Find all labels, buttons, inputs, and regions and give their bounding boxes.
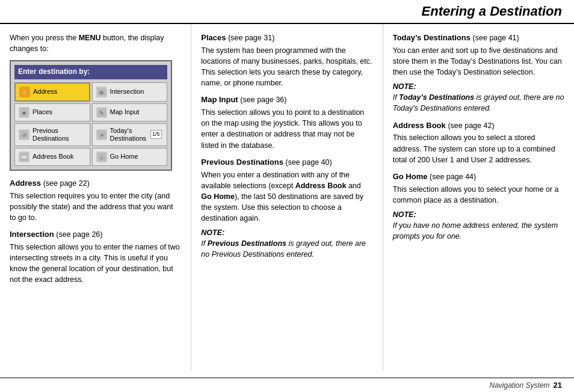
- svg-text:⌂: ⌂: [99, 154, 103, 161]
- places-heading: Places (see page 31): [201, 32, 372, 44]
- go-home-icon: ⌂: [96, 152, 107, 162]
- nav-btn-address-label: Address: [33, 88, 57, 96]
- prev-dest-heading: Previous Destinations (see page 40): [201, 157, 372, 168]
- places-body: The system has been programmed with the …: [201, 45, 372, 89]
- addr-book-heading-bold: Address Book: [393, 121, 446, 130]
- prev-dest-body-go-home-bold: Go Home: [201, 192, 235, 201]
- todays-dest-note: NOTE: If Today’s Destinations is grayed …: [393, 81, 564, 114]
- menu-bold: MENU: [79, 34, 101, 42]
- todays-dest-note-bold: Today’s Destinations: [399, 93, 474, 102]
- addr-book-page-ref: (see page 42): [448, 121, 494, 130]
- nav-menu-box: Enter destination by: ⌂ Address ⊕ Inters…: [10, 60, 172, 171]
- todays-dest-icon: ☀: [96, 129, 107, 140]
- go-home-note-label: NOTE:: [393, 209, 564, 220]
- svg-text:☀: ☀: [99, 133, 103, 138]
- prev-dest-note: NOTE: If Previous Destinations is grayed…: [201, 227, 372, 260]
- prev-dest-body: When you enter a destination with any of…: [201, 170, 372, 224]
- page-title: Entering a Destination: [0, 4, 562, 19]
- nav-menu-title: Enter destination by:: [14, 65, 167, 79]
- nav-btn-addr-book[interactable]: 📖 Address Book: [14, 148, 90, 166]
- column-3: Today’s Destinations (see page 41) You c…: [383, 24, 574, 370]
- addr-book-body: This selection allows you to select a st…: [393, 132, 564, 165]
- go-home-page-ref: (see page 44): [430, 173, 476, 181]
- nav-btn-prev-dest-label: PreviousDestinations: [32, 127, 69, 142]
- page-footer: Navigation System 21: [0, 378, 574, 392]
- address-page-ref: (see page 22): [43, 179, 90, 188]
- nav-btn-addr-book-label: Address Book: [32, 153, 73, 161]
- todays-dest-note-label: NOTE:: [393, 81, 564, 92]
- places-heading-bold: Places: [201, 33, 226, 42]
- nav-btn-map-input-label: Map Input: [110, 108, 140, 116]
- addr-book-icon: 📖: [19, 152, 29, 162]
- intersection-page-ref: (see page 26): [56, 230, 102, 239]
- svg-text:⌂: ⌂: [23, 89, 26, 96]
- go-home-body: This selection allows you to select your…: [393, 184, 564, 206]
- map-input-page-ref: (see page 36): [240, 96, 286, 104]
- column-2: Places (see page 31) The system has been…: [191, 24, 383, 370]
- svg-text:✎: ✎: [99, 110, 104, 116]
- todays-dest-heading: Today’s Destinations (see page 41): [393, 32, 564, 44]
- nav-btn-intersection-label: Intersection: [110, 88, 144, 96]
- nav-btn-intersection[interactable]: ⊕ Intersection: [92, 82, 168, 102]
- prev-dest-note-bold: Previous Destinations: [208, 239, 286, 248]
- intersection-body: This selection allows you to enter the n…: [10, 242, 181, 286]
- todays-dest-page-ref: (see page 41): [473, 34, 519, 42]
- svg-text:↺: ↺: [22, 133, 26, 138]
- nav-btn-places-label: Places: [32, 108, 52, 116]
- svg-text:★: ★: [22, 110, 26, 116]
- svg-text:📖: 📖: [21, 155, 27, 161]
- todays-dest-badge: 1/5: [150, 130, 162, 139]
- prev-dest-note-text: If Previous Destinations is grayed out, …: [201, 238, 372, 260]
- footer-page-number: 21: [554, 381, 562, 390]
- address-body: This selection requires you to enter the…: [10, 191, 181, 223]
- prev-dest-page-ref: (see page 40): [286, 158, 332, 167]
- nav-btn-address[interactable]: ⌂ Address: [14, 82, 90, 102]
- page-header: Entering a Destination: [0, 0, 574, 24]
- go-home-heading-bold: Go Home: [393, 172, 428, 181]
- nav-btn-go-home[interactable]: ⌂ Go Home: [92, 148, 168, 166]
- prev-dest-icon: ↺: [19, 129, 29, 140]
- todays-dest-body: You can enter and sort up to five destin…: [393, 45, 564, 78]
- intersection-heading-bold: Intersection: [10, 230, 54, 239]
- map-input-body: This selection allows you to point to a …: [201, 107, 372, 151]
- intersection-icon: ⊕: [96, 87, 107, 97]
- prev-dest-heading-bold: Previous Destinations: [201, 158, 283, 167]
- go-home-note: NOTE: If you have no home address entere…: [393, 209, 564, 242]
- address-icon: ⌂: [19, 87, 30, 97]
- todays-dest-heading-bold: Today’s Destinations: [393, 33, 471, 42]
- todays-dest-note-text: If Today’s Destinations is grayed out, t…: [393, 92, 564, 114]
- footer-nav-label: Navigation System: [489, 381, 549, 390]
- nav-btn-map-input[interactable]: ✎ Map Input: [92, 103, 168, 121]
- map-input-icon: ✎: [96, 107, 107, 118]
- nav-grid: ⌂ Address ⊕ Intersection ★ Places: [14, 82, 167, 166]
- nav-btn-places[interactable]: ★ Places: [14, 103, 90, 121]
- map-input-heading-bold: Map Input: [201, 95, 238, 104]
- intro-paragraph: When you press the MENU button, the disp…: [10, 32, 181, 54]
- map-input-heading: Map Input (see page 36): [201, 94, 372, 106]
- intersection-heading: Intersection (see page 26): [10, 229, 181, 240]
- nav-btn-prev-dest[interactable]: ↺ PreviousDestinations: [14, 123, 90, 146]
- go-home-note-text: If you have no home address entered, the…: [393, 220, 564, 242]
- column-1: When you press the MENU button, the disp…: [0, 24, 191, 370]
- prev-dest-body-addr-bold: Address Book: [295, 182, 347, 190]
- go-home-heading: Go Home (see page 44): [393, 171, 564, 183]
- address-heading: Address (see page 22): [10, 178, 181, 189]
- address-heading-bold: Address: [10, 179, 41, 188]
- places-icon: ★: [19, 107, 29, 118]
- svg-text:⊕: ⊕: [99, 90, 104, 96]
- nav-btn-go-home-label: Go Home: [110, 153, 138, 161]
- prev-dest-note-label: NOTE:: [201, 227, 372, 238]
- nav-btn-todays-dest-label: Today'sDestinations: [110, 127, 147, 142]
- main-content: When you press the MENU button, the disp…: [0, 24, 574, 370]
- places-page-ref: (see page 31): [228, 34, 274, 42]
- nav-btn-todays-dest[interactable]: ☀ Today'sDestinations 1/5: [92, 123, 168, 146]
- addr-book-heading: Address Book (see page 42): [393, 120, 564, 132]
